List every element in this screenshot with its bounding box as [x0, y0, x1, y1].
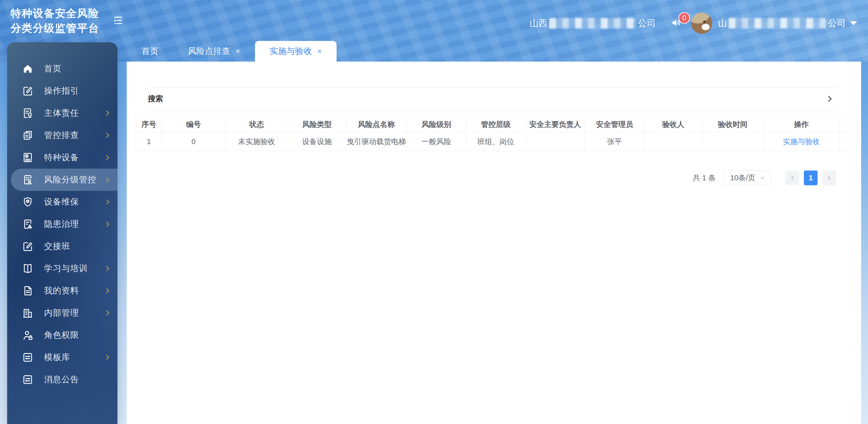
chevron-right-icon	[104, 288, 109, 293]
sidebar-item-label: 我的资料	[44, 285, 79, 296]
content-panel: 搜索 序号编号状态风险类型风险点名称风险级别管控层级安全主要负责人安全管理员验收…	[127, 62, 861, 424]
table-gutter-cell	[840, 133, 848, 151]
notification-button[interactable]: 0	[671, 17, 682, 30]
table-cell-operation: 实施与验收	[763, 133, 840, 151]
next-page-button[interactable]	[822, 170, 836, 185]
tab-风险点排查[interactable]: 风险点排查×	[173, 41, 255, 62]
tab-label: 风险点排查	[188, 46, 230, 57]
user-menu[interactable]: 山 公司	[718, 17, 857, 29]
chevron-right-icon[interactable]	[826, 96, 832, 102]
sidebar-item-设备维保[interactable]: 设备维保	[7, 191, 118, 213]
tab-首页[interactable]: 首页	[127, 41, 173, 62]
redacted-user-text	[728, 18, 826, 29]
sidebar-item-label: 角色权限	[44, 329, 79, 341]
sidebar-item-消息公告[interactable]: 消息公告	[7, 368, 118, 391]
column-header-验收时间: 验收时间	[703, 117, 763, 133]
building-icon	[22, 307, 33, 319]
sidebar-item-label: 内部管理	[44, 307, 79, 319]
page-number-1[interactable]: 1	[804, 170, 817, 185]
search-collapse-row[interactable]: 搜索	[148, 87, 839, 110]
chevron-right-icon	[104, 177, 109, 182]
sidebar-item-主体责任[interactable]: 主体责任	[7, 102, 118, 124]
column-header-安全主要负责人: 安全主要负责人	[526, 117, 585, 133]
column-header-安全管理员: 安全管理员	[585, 117, 644, 133]
pagination: 共 1 条 10条/页 1	[693, 170, 836, 185]
column-header-风险点名称: 风险点名称	[346, 117, 407, 133]
shield-gear-icon	[22, 196, 33, 208]
sidebar-collapse-icon[interactable]	[112, 15, 124, 26]
column-header-风险类型: 风险类型	[288, 117, 346, 133]
table-cell: 班组、岗位	[466, 133, 526, 151]
user-name-prefix: 山	[718, 17, 727, 29]
column-header-风险级别: 风险级别	[407, 117, 466, 133]
sidebar-item-label: 模板库	[44, 351, 70, 363]
page-size-value: 10条/页	[730, 173, 755, 183]
doc-stamp-icon	[22, 107, 33, 119]
user-lock-icon	[22, 329, 33, 341]
sidebar-item-内部管理[interactable]: 内部管理	[7, 302, 118, 324]
column-header-操作: 操作	[763, 117, 840, 133]
sidebar-item-操作指引[interactable]: 操作指引	[7, 80, 118, 102]
sidebar-item-label: 管控排查	[44, 130, 79, 141]
company-name-suffix: 公司	[638, 17, 656, 29]
sidebar-item-学习与培训[interactable]: 学习与培训	[7, 257, 118, 280]
table-cell	[703, 133, 763, 151]
column-header-状态: 状态	[225, 117, 288, 133]
sidebar-item-管控排查[interactable]: 管控排查	[7, 124, 118, 146]
sidebar-item-label: 主体责任	[44, 107, 79, 119]
tab-close-icon[interactable]: ×	[236, 47, 240, 55]
redacted-company-text	[549, 18, 636, 29]
action-link[interactable]: 实施与验收	[783, 138, 820, 146]
company-name: 山西 公司	[530, 17, 656, 29]
prev-page-button[interactable]	[785, 170, 799, 185]
table-cell: 未实施验收	[225, 133, 288, 151]
tab-实施与验收[interactable]: 实施与验收×	[255, 41, 337, 62]
chevron-right-icon	[104, 111, 109, 116]
table-cell: 1	[136, 133, 162, 151]
tab-label: 实施与验收	[270, 46, 312, 57]
column-header-验收人: 验收人	[644, 117, 703, 133]
column-header-编号: 编号	[162, 117, 225, 133]
home-icon	[22, 63, 33, 75]
sidebar-item-特种设备[interactable]: 特种设备	[7, 146, 118, 169]
chevron-right-icon	[826, 176, 831, 180]
doc-icon	[22, 285, 33, 296]
app-title: 特种设备安全风险 分类分级监管平台	[10, 6, 99, 35]
sidebar-item-label: 风险分级管控	[44, 174, 96, 186]
sliders-icon	[22, 351, 33, 363]
sidebar: 首页操作指引主体责任管控排查特种设备风险分级管控设备维保隐患治理交接班学习与培训…	[7, 42, 118, 424]
sidebar-item-角色权限[interactable]: 角色权限	[7, 324, 118, 346]
chevron-right-icon	[104, 222, 109, 227]
sidebar-item-交接班[interactable]: 交接班	[7, 235, 118, 257]
avatar-detail	[703, 21, 705, 23]
tab-close-icon[interactable]: ×	[317, 47, 322, 55]
table-gutter	[840, 117, 848, 133]
doc-warning-icon	[22, 218, 33, 230]
user-name-suffix: 公司	[828, 17, 846, 29]
company-name-prefix: 山西	[530, 17, 548, 29]
table-body: 10未实施验收设备设施曳引驱动载货电梯一般风险班组、岗位张平实施与验收	[136, 133, 848, 151]
table-cell: 曳引驱动载货电梯	[346, 133, 407, 151]
doc-gear-icon	[22, 152, 33, 163]
sidebar-item-首页[interactable]: 首页	[7, 58, 118, 80]
sidebar-item-风险分级管控[interactable]: 风险分级管控	[11, 169, 118, 191]
page-size-select[interactable]: 10条/页	[723, 170, 771, 185]
sidebar-item-模板库[interactable]: 模板库	[7, 346, 118, 368]
app-title-line2: 分类分级监管平台	[10, 21, 99, 35]
edit-icon	[22, 85, 33, 97]
chevron-right-icon	[104, 155, 109, 160]
sidebar-item-我的资料[interactable]: 我的资料	[7, 280, 118, 302]
app-title-line1: 特种设备安全风险	[10, 6, 99, 21]
sidebar-item-label: 消息公告	[44, 374, 79, 386]
copy-icon	[22, 130, 33, 141]
sidebar-item-隐患治理[interactable]: 隐患治理	[7, 213, 118, 235]
user-avatar[interactable]	[691, 13, 712, 34]
column-header-管控层级: 管控层级	[466, 117, 526, 133]
avatar-detail	[702, 24, 710, 30]
caret-down-icon	[850, 21, 857, 25]
search-label: 搜索	[148, 93, 163, 104]
chevron-right-icon	[104, 355, 109, 360]
risk-table: 序号编号状态风险类型风险点名称风险级别管控层级安全主要负责人安全管理员验收人验收…	[136, 117, 848, 151]
sidebar-menu: 首页操作指引主体责任管控排查特种设备风险分级管控设备维保隐患治理交接班学习与培训…	[7, 42, 118, 391]
book-icon	[22, 263, 33, 274]
